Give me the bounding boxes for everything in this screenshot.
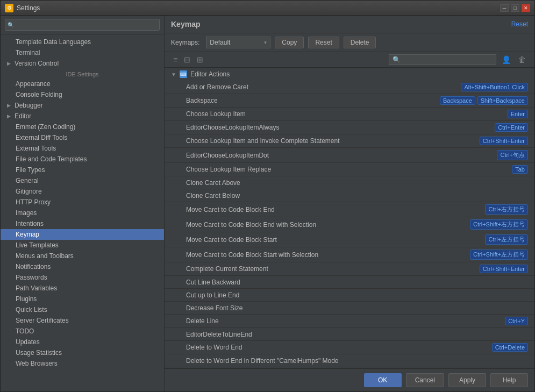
action-name: Move Caret to Code Block End with Select… bbox=[186, 221, 470, 229]
sidebar-item-passwords[interactable]: Passwords bbox=[1, 272, 164, 283]
sidebar-item-file-types[interactable]: File Types bbox=[1, 165, 164, 175]
sidebar-item-server-certificates[interactable]: Server Certificates bbox=[1, 315, 164, 326]
sidebar-item-plugins[interactable]: Plugins bbox=[1, 294, 164, 304]
sidebar-item-notifications[interactable]: Notifications bbox=[1, 261, 164, 272]
right-panel: Keymap Reset Keymaps: Default Copy Reset… bbox=[165, 16, 534, 391]
sidebar-item-keymap[interactable]: Keymap bbox=[1, 229, 164, 240]
help-button[interactable]: Help bbox=[490, 373, 528, 387]
table-row[interactable]: Move Caret to Code Block StartCtrl+左方括号 bbox=[165, 232, 534, 247]
sidebar-item-todo[interactable]: TODO bbox=[1, 326, 164, 337]
sidebar-item-general[interactable]: General bbox=[1, 175, 164, 186]
table-row[interactable]: Complete Current StatementCtrl+Shift+Ent… bbox=[165, 262, 534, 276]
sidebar-item-label: Template Data Languages bbox=[16, 38, 91, 46]
sidebar-item-usage-statistics[interactable]: Usage Statistics bbox=[1, 347, 164, 358]
sidebar-item-file-and-code-templates[interactable]: File and Code Templates bbox=[1, 154, 164, 165]
table-row[interactable]: Delete to Word EndCtrl+Delete bbox=[165, 341, 534, 354]
ok-button[interactable]: OK bbox=[364, 373, 402, 387]
delete-filter-icon[interactable]: 🗑 bbox=[516, 54, 528, 65]
table-row[interactable]: EditorChooseLookupItemDotCtrl+句点 bbox=[165, 148, 534, 163]
shortcut-container: Enter bbox=[508, 110, 528, 118]
table-row[interactable]: Add or Remove CaretAlt+Shift+Button1 Cli… bbox=[165, 81, 534, 94]
keymap-select[interactable]: Default bbox=[206, 37, 270, 48]
sidebar-item-label: Intentions bbox=[16, 220, 44, 227]
shortcut-badge: Shift+Backspace bbox=[477, 96, 528, 105]
action-name: Choose Lookup Item bbox=[186, 110, 508, 118]
panel-reset-link[interactable]: Reset bbox=[511, 20, 528, 28]
table-row[interactable]: EditorChooseLookupItemAlwaysCtrl+Enter bbox=[165, 121, 534, 134]
table-row[interactable]: BackspaceBackspaceShift+Backspace bbox=[165, 94, 534, 108]
table-row[interactable]: Choose Lookup Item ReplaceTab bbox=[165, 163, 534, 176]
table-row[interactable]: Clone Caret Below bbox=[165, 189, 534, 202]
sidebar-item-emmet[interactable]: Emmet (Zen Coding) bbox=[1, 122, 164, 132]
sidebar-item-http-proxy[interactable]: HTTP Proxy bbox=[1, 197, 164, 208]
sidebar-item-live-templates[interactable]: Live Templates bbox=[1, 240, 164, 251]
sidebar-item-label: File Types bbox=[16, 166, 45, 174]
shortcut-badge: Alt+Shift+Button1 Click bbox=[461, 83, 528, 91]
maximize-button[interactable]: □ bbox=[511, 4, 519, 12]
close-button[interactable]: ✕ bbox=[522, 4, 530, 12]
sidebar-item-editor[interactable]: ▶ Editor bbox=[1, 111, 164, 122]
toolbar-row: ≡ ⊟ ⊞ 👤 🗑 bbox=[165, 52, 534, 68]
shortcut-badge: Backspace bbox=[440, 96, 475, 105]
sidebar-item-label: Images bbox=[16, 209, 37, 217]
sidebar-item-label: Debugger bbox=[15, 102, 43, 109]
filter-icon[interactable]: ⊞ bbox=[195, 54, 205, 65]
group-header-editor-actions[interactable]: ▼ ⌨ Editor Actions bbox=[165, 68, 534, 81]
minimize-button[interactable]: ─ bbox=[500, 4, 509, 12]
toolbar-icons: ≡ ⊟ ⊞ bbox=[171, 54, 205, 65]
sidebar-item-label: Live Templates bbox=[16, 241, 59, 249]
apply-button[interactable]: Apply bbox=[448, 373, 486, 387]
sidebar-item-external-tools[interactable]: External Tools bbox=[1, 143, 164, 154]
sidebar-item-intentions[interactable]: Intentions bbox=[1, 218, 164, 229]
table-row[interactable]: Cut Line Backward bbox=[165, 276, 534, 289]
shortcut-badge: Ctrl+Shift+右方括号 bbox=[470, 219, 528, 230]
sidebar: Template Data Languages Terminal ▶ Versi… bbox=[1, 16, 165, 391]
sidebar-item-updates[interactable]: Updates bbox=[1, 337, 164, 347]
table-row[interactable]: Decrease Font Size bbox=[165, 302, 534, 315]
table-row[interactable]: Delete to Word End in Different "CamelHu… bbox=[165, 354, 534, 367]
sidebar-item-label: Server Certificates bbox=[16, 317, 69, 324]
copy-button[interactable]: Copy bbox=[275, 37, 304, 48]
shortcut-container: Ctrl+Shift+右方括号 bbox=[470, 219, 528, 230]
delete-button[interactable]: Delete bbox=[344, 37, 376, 48]
expand-all-icon[interactable]: ≡ bbox=[171, 54, 180, 65]
sidebar-item-label: External Diff Tools bbox=[16, 134, 67, 141]
shortcut-container: Ctrl+Y bbox=[505, 317, 528, 325]
table-row[interactable]: Cut up to Line End bbox=[165, 289, 534, 302]
sidebar-item-console-folding[interactable]: Console Folding bbox=[1, 89, 164, 100]
sidebar-item-version-control[interactable]: ▶ Version Control bbox=[1, 58, 164, 69]
action-name: Move Caret to Code Block Start bbox=[186, 236, 485, 244]
table-row[interactable]: Move Caret to Code Block EndCtrl+右方括号 bbox=[165, 202, 534, 217]
sidebar-item-label: Appearance bbox=[16, 80, 51, 88]
table-row[interactable]: Move Caret to Code Block Start with Sele… bbox=[165, 247, 534, 262]
table-row[interactable]: Choose Lookup Item and Invoke Complete S… bbox=[165, 134, 534, 148]
cancel-button[interactable]: Cancel bbox=[406, 373, 444, 387]
action-name: Move Caret to Code Block End bbox=[186, 206, 485, 213]
sidebar-item-images[interactable]: Images bbox=[1, 208, 164, 218]
sidebar-item-label: Updates bbox=[16, 338, 40, 346]
action-rows-container: Add or Remove CaretAlt+Shift+Button1 Cli… bbox=[165, 81, 534, 368]
sidebar-item-debugger[interactable]: ▶ Debugger bbox=[1, 100, 164, 111]
sidebar-item-appearance[interactable]: Appearance bbox=[1, 79, 164, 89]
collapse-all-icon[interactable]: ⊟ bbox=[182, 54, 192, 65]
sidebar-item-quick-lists[interactable]: Quick Lists bbox=[1, 304, 164, 315]
action-name: EditorChooseLookupItemAlways bbox=[186, 124, 495, 131]
table-row[interactable]: EditorDeleteToLineEnd bbox=[165, 328, 534, 341]
sidebar-item-path-variables[interactable]: Path Variables bbox=[1, 283, 164, 294]
reset-button[interactable]: Reset bbox=[308, 37, 339, 48]
sidebar-item-external-diff-tools[interactable]: External Diff Tools bbox=[1, 132, 164, 143]
user-icon[interactable]: 👤 bbox=[500, 54, 513, 65]
action-name: Add or Remove Caret bbox=[186, 83, 461, 91]
search-input[interactable] bbox=[5, 19, 160, 31]
sidebar-item-gitignore[interactable]: Gitignore bbox=[1, 186, 164, 197]
sidebar-item-terminal[interactable]: Terminal bbox=[1, 47, 164, 58]
keymap-search-input[interactable] bbox=[389, 54, 496, 65]
sidebar-item-template-data-languages[interactable]: Template Data Languages bbox=[1, 37, 164, 47]
table-row[interactable]: Move Caret to Code Block End with Select… bbox=[165, 217, 534, 232]
sidebar-item-web-browsers[interactable]: Web Browsers bbox=[1, 358, 164, 369]
table-row[interactable]: Choose Lookup ItemEnter bbox=[165, 108, 534, 121]
shortcut-badge: Enter bbox=[508, 110, 528, 118]
sidebar-item-menus-and-toolbars[interactable]: Menus and Toolbars bbox=[1, 251, 164, 261]
table-row[interactable]: Delete LineCtrl+Y bbox=[165, 315, 534, 328]
table-row[interactable]: Clone Caret Above bbox=[165, 176, 534, 189]
